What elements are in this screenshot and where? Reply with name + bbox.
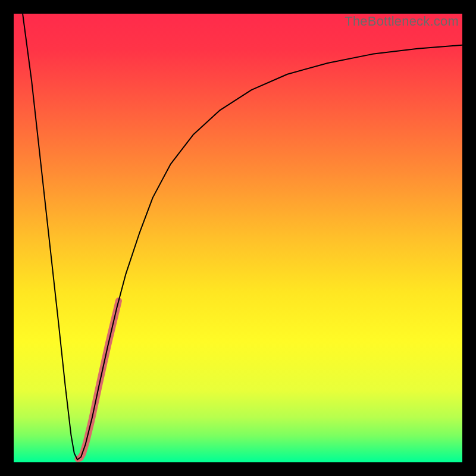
watermark-text: TheBottleneck.com [345,14,459,29]
chart-svg [14,14,462,462]
chart-frame: TheBottleneck.com [0,0,476,476]
plot-area: TheBottleneck.com [14,14,462,462]
gradient-bg [14,14,462,462]
